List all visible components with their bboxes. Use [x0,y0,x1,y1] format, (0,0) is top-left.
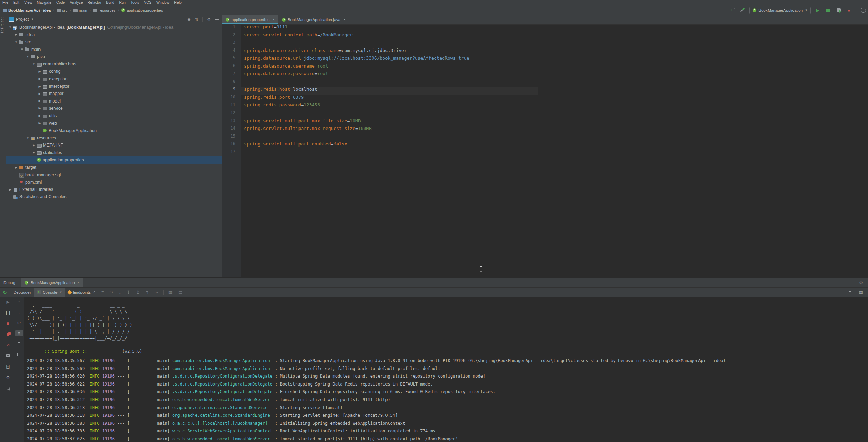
menu-item-build[interactable]: Build [104,0,116,5]
editor-tab-application-properties[interactable]: application.properties✕ [222,15,278,24]
hide-panel-icon[interactable]: — [215,17,219,22]
tree-row-mapper[interactable]: ▶mapper [6,90,222,97]
chevron-collapsed-icon[interactable]: ▶ [37,85,42,88]
close-icon[interactable]: ✕ [77,281,80,284]
tree-row-pom-xml[interactable]: pom.xml [6,178,222,186]
chevron-collapsed-icon[interactable]: ▶ [37,77,42,80]
menu-item-tools[interactable]: Tools [128,0,142,5]
tree-row-static-files[interactable]: ▶static.files [6,149,222,156]
tree-row-scratches-and-consoles[interactable]: Scratches and Consoles [6,193,222,201]
chevron-expanded-icon[interactable]: ▼ [8,26,12,29]
debug-tab-debugger[interactable]: Debugger [10,288,34,297]
resume-icon[interactable]: ▶ [4,299,12,305]
menu-item-vcs[interactable]: VCS [141,0,154,5]
menu-item-window[interactable]: Window [154,0,172,5]
scroll-to-end-icon[interactable]: ⇟ [15,330,23,336]
view-breakpoints-icon[interactable] [4,331,12,337]
project-panel-header[interactable]: Project ▼ ⊕ ⇅ ⚙ — [6,15,222,24]
tree-row-resources[interactable]: ▼resources [6,134,222,141]
debug-session-tab[interactable]: BookManagerApplication ✕ [21,278,83,287]
breadcrumb-item[interactable]: BookManagerApi - idea [2,8,51,12]
chevron-collapsed-icon[interactable]: ▶ [8,188,12,191]
chevron-collapsed-icon[interactable]: ▶ [37,107,42,110]
show-execution-point-icon[interactable]: ≡ [101,290,104,295]
tree-row-src[interactable]: ▼src [6,38,222,46]
tree-row-external-libraries[interactable]: ▶External Libraries [6,186,222,193]
run-configuration-select[interactable]: BookManagerApplication ▼ [749,7,811,14]
chevron-expanded-icon[interactable]: ▼ [20,48,24,51]
gear-icon[interactable]: ⚙ [859,280,863,285]
menu-item-edit[interactable]: Edit [11,0,22,5]
tree-row-meta-inf[interactable]: ▶META-INF [6,142,222,149]
debug-tab-console[interactable]: Console↗ [34,288,65,297]
tree-row-bookmanagerapi---idea[interactable]: ▼BookManagerApi - idea[BookManagerApi]G:… [6,24,222,31]
tree-row-book-manager-sql[interactable]: book_manager.sql [6,171,222,178]
chevron-collapsed-icon[interactable]: ▶ [37,70,42,73]
layout-grid-icon[interactable]: ▦ [859,290,863,295]
chevron-collapsed-icon[interactable]: ▶ [37,92,42,95]
evaluate-expression-icon[interactable]: ▦ [168,290,173,295]
tool-window-icon[interactable] [729,7,736,14]
tree-row--idea[interactable]: ▶.idea [6,31,222,38]
pause-icon[interactable]: ❙❙ [4,310,12,316]
chevron-collapsed-icon[interactable]: ▶ [37,99,42,103]
chevron-collapsed-icon[interactable]: ▶ [37,122,42,125]
tree-row-model[interactable]: ▶model [6,97,222,105]
collapse-all-icon[interactable]: ⇅ [195,17,198,22]
breadcrumb-item[interactable]: resources [93,8,116,12]
menu-item-help[interactable]: Help [172,0,184,5]
down-stack-icon[interactable]: ↓ [15,309,23,316]
editor[interactable]: application.properties✕BookManagerApplic… [222,15,868,277]
menu-item-view[interactable]: View [22,0,35,5]
rerun-icon[interactable]: ↻ [3,290,7,295]
run-button[interactable]: ▶ [814,7,821,14]
tree-row-web[interactable]: ▶web [6,120,222,127]
thread-dump-camera-icon[interactable] [4,353,12,359]
stop-icon[interactable]: ■ [4,320,12,327]
close-icon[interactable]: ✕ [343,18,346,21]
pin-icon[interactable] [4,385,12,391]
close-icon[interactable]: ✕ [272,18,275,21]
debug-tab-endpoints[interactable]: Endpoints↗ [65,288,98,297]
coverage-button[interactable] [835,7,842,14]
tree-row-target[interactable]: ▶target [6,164,222,171]
mute-breakpoints-icon[interactable]: ⊘ [4,342,12,348]
chevron-collapsed-icon[interactable]: ▶ [14,166,18,169]
breadcrumb-item[interactable]: src [56,8,68,12]
menu-item-navigate[interactable]: Navigate [35,0,54,5]
gear-icon[interactable]: ⚙ [207,17,211,22]
menu-item-analyze[interactable]: Analyze [67,0,85,5]
tree-row-java[interactable]: ▼java [6,53,222,60]
menu-item-code[interactable]: Code [54,0,67,5]
chevron-expanded-icon[interactable]: ▼ [26,55,30,58]
chevron-collapsed-icon[interactable]: ▶ [37,114,42,117]
restore-layout-icon[interactable]: ▤ [4,363,12,370]
hamburger-icon[interactable]: ≡ [849,290,851,295]
chevron-expanded-icon[interactable]: ▼ [26,136,30,140]
build-hammer-icon[interactable] [739,7,746,14]
chevron-expanded-icon[interactable]: ▼ [32,63,36,66]
tree-row-utils[interactable]: ▶utils [6,112,222,120]
force-step-into-icon[interactable]: ↧ [127,290,130,295]
stop-button[interactable]: ■ [845,7,852,14]
code-area[interactable]: server.port=9111server.servlet.context-p… [244,24,851,157]
chevron-collapsed-icon[interactable]: ▶ [14,33,18,36]
settings-layout-icon[interactable]: ▤ [178,290,182,295]
drop-frame-icon[interactable]: ↰ [145,290,149,295]
tree-row-main[interactable]: ▼main [6,46,222,53]
chevron-expanded-icon[interactable]: ▼ [14,41,18,44]
step-out-icon[interactable]: ↥ [136,290,140,295]
soft-wrap-icon[interactable]: ↩ [15,320,23,326]
menu-item-run[interactable]: Run [117,0,128,5]
gear-icon[interactable]: ⚙ [4,374,12,380]
print-icon[interactable] [15,341,23,347]
clear-console-icon[interactable] [15,351,23,357]
tree-row-application-properties[interactable]: application.properties [6,156,222,163]
step-over-icon[interactable]: ↷ [110,290,113,295]
debug-button[interactable] [825,7,832,14]
tree-row-service[interactable]: ▶service [6,105,222,112]
breadcrumb-item[interactable]: application.properties [121,8,164,12]
tree-row-config[interactable]: ▶config [6,68,222,75]
tree-row-com-rabbiter-bms[interactable]: ▼com.rabbiter.bms [6,60,222,68]
search-everywhere-icon[interactable] [860,7,867,14]
